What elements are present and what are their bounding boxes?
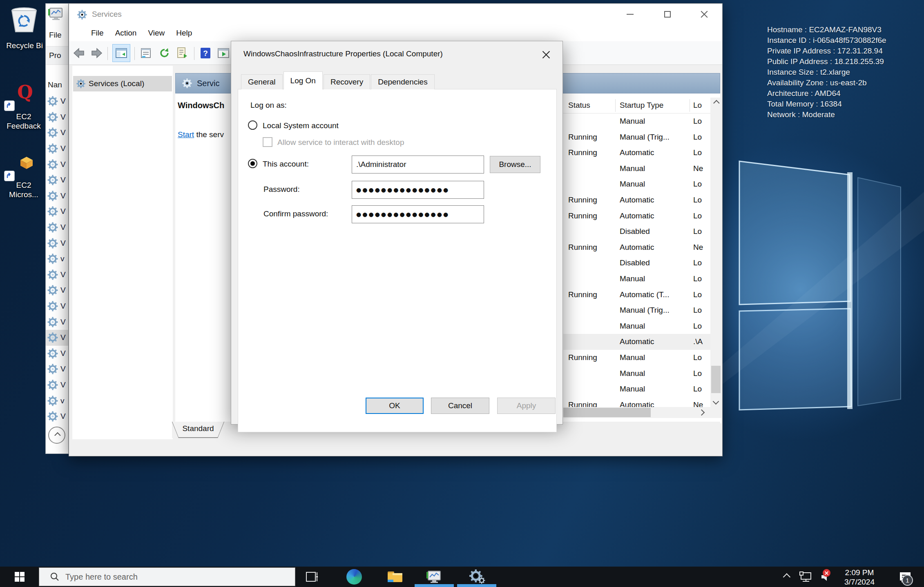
desktop-icon-recycle-bin[interactable]: Recycle Bi [3,6,46,50]
help-button[interactable]: ? [198,46,213,60]
background-service-row[interactable]: V [46,298,69,314]
column-status[interactable]: Status [568,101,590,110]
taskbar-clock[interactable]: 2:09 PM 3/7/2024 [838,568,881,587]
service-row[interactable]: Running Automatic Lo [563,145,710,161]
service-row[interactable]: Manual (Trig... Lo [563,302,710,318]
services-title-bar[interactable]: Services [69,4,722,25]
service-row[interactable]: Manual Lo [563,366,710,382]
menu-item[interactable]: File [85,29,109,38]
allow-interact-checkbox[interactable] [263,137,272,147]
background-service-row[interactable]: V [46,330,69,346]
export-list-button[interactable] [175,46,190,60]
dialog-tab[interactable]: Recovery [324,74,370,89]
service-row[interactable]: Disabled Lo [563,255,710,271]
show-console-tree-button[interactable] [112,44,130,62]
column-separator[interactable] [690,99,690,112]
menu-item[interactable]: Action [109,29,143,38]
start-button[interactable] [0,567,39,587]
minimize-button[interactable] [611,4,649,25]
desktop-icon-ec2-microsoft[interactable]: EC2 Micros... [2,154,45,199]
volume-tray-button[interactable] [815,567,837,587]
service-row[interactable]: Manual Lo [563,176,710,192]
back-button[interactable] [71,46,86,60]
edge-browser-button[interactable] [339,567,369,587]
view-tab[interactable]: Standard [172,422,224,438]
service-row[interactable]: Running Automatic (T... Lo [563,287,710,303]
menu-item[interactable]: Help [170,29,198,38]
column-logon-as[interactable]: Lo [693,101,702,110]
column-separator[interactable] [615,99,616,112]
close-button[interactable] [685,4,723,25]
background-service-row[interactable]: v [46,251,69,267]
properties-button[interactable] [138,46,153,60]
file-explorer-button[interactable] [380,567,410,587]
vertical-scrollbar[interactable] [710,98,721,407]
taskbar-search[interactable] [39,567,295,586]
background-service-row[interactable]: V [46,282,69,298]
background-service-row[interactable]: V [46,172,69,188]
background-window-column-header[interactable]: Nan [48,80,62,89]
service-row[interactable]: Manual Ne [563,161,710,177]
service-row[interactable]: Running Manual (Trig... Lo [563,129,710,145]
background-service-row[interactable]: V [46,204,69,220]
tray-overflow-button[interactable] [777,567,795,587]
background-service-row[interactable]: V [46,93,69,109]
forward-button[interactable] [89,46,104,60]
network-tray-button[interactable] [796,567,815,587]
start-service-button[interactable] [216,46,231,60]
scroll-down-arrow[interactable] [710,396,721,407]
desktop-icon-ec2-feedback[interactable]: Q EC2 Feedback [2,84,45,131]
scroll-right-arrow[interactable] [696,407,707,418]
background-service-row[interactable]: V [46,314,69,330]
dialog-tab[interactable]: Log On [283,71,323,89]
background-service-row[interactable]: V [46,156,69,172]
service-row[interactable]: Manual Lo [563,381,710,397]
service-row[interactable]: Manual Lo [563,318,710,334]
cancel-button[interactable]: Cancel [431,398,489,414]
background-service-row[interactable]: V [46,377,69,393]
dialog-tab[interactable]: General [241,74,283,89]
confirm-password-input[interactable] [352,205,484,223]
maximize-button[interactable] [649,4,686,25]
apply-button[interactable]: Apply [497,398,556,414]
refresh-button[interactable] [157,46,172,60]
service-row[interactable]: Running Automatic Ne [563,397,710,407]
vertical-scroll-thumb[interactable] [711,366,721,393]
dialog-close-button[interactable] [537,48,555,62]
scroll-up-button[interactable] [48,427,65,444]
background-window[interactable]: File Pro Nan V V [45,3,69,454]
background-service-row[interactable]: V [46,125,69,141]
service-row[interactable]: Disabled Lo [563,224,710,240]
background-window-file-menu[interactable]: File [49,31,62,40]
horizontal-scroll-thumb[interactable] [563,408,651,417]
background-service-row[interactable]: V [46,267,69,283]
tree-item-services-local[interactable]: Services (Local) [73,76,172,91]
background-service-row[interactable]: V [46,409,69,425]
search-input[interactable] [65,572,261,582]
column-startup-type[interactable]: Startup Type [620,101,663,110]
background-service-row[interactable]: V [46,109,69,125]
service-row[interactable]: Automatic .\A [563,334,710,350]
background-service-row[interactable]: V [46,220,69,236]
dialog-title-bar[interactable]: WindowsChaosInfrastructure Properties (L… [231,41,562,67]
background-service-row[interactable]: V [46,235,69,251]
horizontal-scrollbar[interactable] [563,407,721,418]
service-row[interactable]: Manual Lo [563,271,710,287]
service-row[interactable]: Running Automatic Lo [563,192,710,208]
account-input[interactable] [352,156,484,173]
service-row[interactable]: Running Automatic Lo [563,208,710,224]
service-row[interactable]: Running Automatic Ne [563,240,710,256]
service-row[interactable]: Running Manual Lo [563,350,710,366]
dialog-tab[interactable]: Dependencies [371,74,434,89]
start-service-link[interactable]: Start [178,130,194,139]
service-row[interactable]: Manual Lo [563,113,710,129]
browse-button[interactable]: Browse... [490,156,540,173]
background-window-toolbar-label[interactable]: Pro [49,51,61,60]
background-service-row[interactable]: V [46,361,69,377]
background-service-row[interactable]: v [46,393,69,409]
menu-item[interactable]: View [142,29,170,38]
ok-button[interactable]: OK [366,398,424,414]
background-window-service-list[interactable]: V V V [46,93,69,425]
local-system-radio[interactable] [248,120,257,130]
action-center-button[interactable]: 1 [893,567,917,587]
